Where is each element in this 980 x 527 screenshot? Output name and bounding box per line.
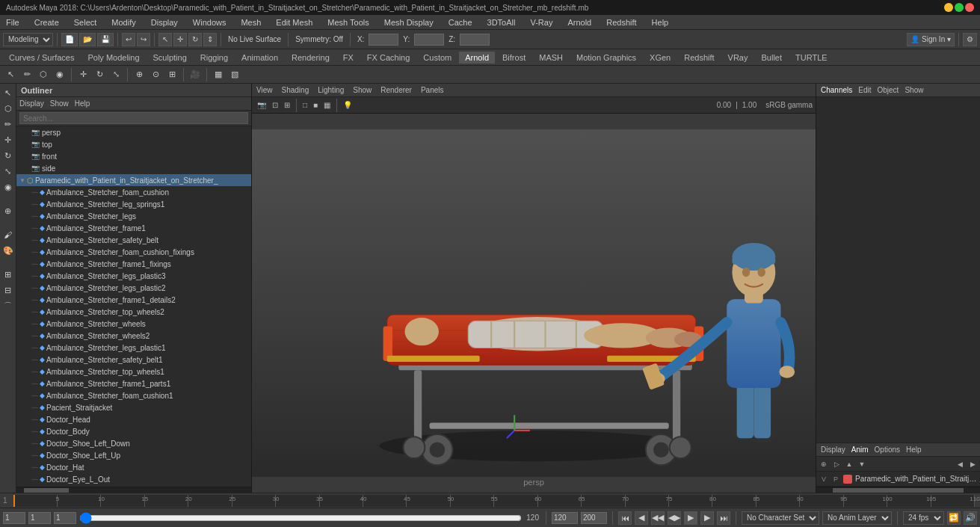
- menu-windows[interactable]: Windows: [190, 18, 229, 27]
- tab-poly-modeling[interactable]: Poly Modeling: [81, 52, 145, 64]
- right-scroll-thumb[interactable]: [833, 488, 964, 493]
- tree-item-13[interactable]: — ◆ Ambulance_Stretcher_legs_plastic1: [16, 342, 251, 354]
- tree-item-eye-l-out[interactable]: — ◆ Doctor_Eye_L_Out: [16, 473, 251, 485]
- sculpt-btn[interactable]: 🖌: [1, 227, 16, 242]
- close-button[interactable]: [965, 3, 974, 12]
- tree-item-side[interactable]: 📷 side: [16, 162, 251, 174]
- tree-item-16[interactable]: — ◆ Ambulance_Stretcher_frame1_parts1: [16, 377, 251, 389]
- viewport-menu-panels[interactable]: Panels: [421, 86, 444, 94]
- tree-item-0[interactable]: — ◆ Ambulance_Stretcher_foam_cushion: [16, 186, 251, 198]
- vp-solid-btn[interactable]: ■: [311, 99, 320, 112]
- cb-tab-show[interactable]: Show: [905, 86, 923, 94]
- back-btn[interactable]: ◀◀: [651, 511, 665, 525]
- tree-item-root[interactable]: ▼ ⬡ Paramedic_with_Patient_in_Straitjack…: [16, 174, 251, 186]
- tree-item-doctor-head[interactable]: — ◆ Doctor_Head: [16, 413, 251, 425]
- tree-item-5[interactable]: — ◆ Ambulance_Stretcher_foam_cushion_fix…: [16, 246, 251, 258]
- tree-item-15[interactable]: — ◆ Ambulance_Stretcher_top_wheels1: [16, 366, 251, 377]
- menu-editmesh[interactable]: Edit Mesh: [273, 18, 315, 27]
- undo-btn[interactable]: ↩: [122, 33, 135, 46]
- tree-item-9[interactable]: — ◆ Ambulance_Stretcher_frame1_details2: [16, 294, 251, 306]
- play-back-btn[interactable]: ◀▶: [668, 511, 681, 525]
- icon-select-tool[interactable]: ↖: [3, 67, 18, 82]
- icon-snap-curve[interactable]: ⊙: [148, 67, 163, 82]
- select-tool-btn[interactable]: ↖: [1, 85, 16, 100]
- scroll-thumb[interactable]: [24, 488, 69, 493]
- skip-end-btn[interactable]: ⏭: [717, 511, 730, 525]
- anim-end-input[interactable]: [552, 512, 578, 524]
- scale-btn[interactable]: ⇕: [203, 33, 217, 46]
- x-input[interactable]: [369, 34, 398, 46]
- icon-render[interactable]: ▦: [211, 67, 226, 82]
- tab-animation[interactable]: Animation: [235, 52, 284, 64]
- soft-select-btn[interactable]: ◉: [1, 179, 16, 194]
- rotate-tool-btn[interactable]: ↻: [1, 148, 16, 163]
- viewport-menu-view[interactable]: View: [256, 86, 273, 94]
- layer-add-btn[interactable]: ⊕: [818, 458, 830, 470]
- frame-current-input[interactable]: [28, 512, 51, 524]
- icon-soft-select[interactable]: ◉: [52, 67, 67, 82]
- no-anim-layer-select[interactable]: No Anim Layer: [822, 511, 892, 525]
- layer-down-btn[interactable]: ▼: [856, 458, 868, 470]
- lasso-tool-btn[interactable]: ⬡: [1, 101, 16, 116]
- mode-select[interactable]: Modeling: [3, 33, 53, 46]
- viewport-canvas[interactable]: persp: [252, 114, 816, 493]
- open-btn[interactable]: 📂: [79, 33, 96, 46]
- new-scene-btn[interactable]: 📄: [61, 33, 78, 46]
- tab-rendering[interactable]: Rendering: [286, 52, 336, 64]
- tree-item-doctor-hat[interactable]: — ◆ Doctor_Hat: [16, 461, 251, 473]
- icon-paint-tool[interactable]: ✏: [19, 67, 34, 82]
- menu-cache[interactable]: Cache: [446, 18, 475, 27]
- tree-item-pacient[interactable]: — ◆ Pacient_Straitjacket: [16, 401, 251, 413]
- tree-item-14[interactable]: — ◆ Ambulance_Stretcher_safety_belt1: [16, 354, 251, 366]
- tree-item-doctor-shoe-left-up[interactable]: — ◆ Doctor_Shoe_Left_Up: [16, 449, 251, 461]
- cb-tab-object[interactable]: Object: [878, 86, 899, 94]
- tab-vray[interactable]: VRay: [722, 52, 754, 64]
- layer-up-btn[interactable]: ▲: [843, 458, 855, 470]
- redo-btn[interactable]: ↪: [137, 33, 150, 46]
- rotate-btn[interactable]: ↻: [188, 33, 202, 46]
- icon-scale[interactable]: ⤡: [108, 67, 123, 82]
- settings-btn[interactable]: ⚙: [963, 33, 977, 46]
- tree-item-6[interactable]: — ◆ Ambulance_Stretcher_frame1_fixings: [16, 258, 251, 270]
- icon-snap-grid[interactable]: ⊕: [132, 67, 147, 82]
- frame-slider[interactable]: [54, 512, 76, 524]
- tab-bifrost[interactable]: Bifrost: [496, 52, 531, 64]
- tab-xgen[interactable]: XGen: [644, 52, 677, 64]
- playback-slider[interactable]: [79, 514, 522, 522]
- vp-cam-btn[interactable]: 📷: [255, 99, 268, 112]
- tree-item-persp[interactable]: 📷 persp: [16, 126, 251, 138]
- menu-select[interactable]: Select: [71, 18, 100, 27]
- next-frame-btn[interactable]: ▶: [700, 511, 714, 525]
- tab-motion-graphics[interactable]: Motion Graphics: [570, 52, 642, 64]
- tab-bullet[interactable]: Bullet: [756, 52, 789, 64]
- no-char-set-select[interactable]: No Character Set: [742, 511, 819, 525]
- frame-start-input[interactable]: [3, 512, 25, 524]
- show-manipulator-btn[interactable]: ⊕: [1, 203, 16, 218]
- cb-tab-edit[interactable]: Edit: [858, 86, 871, 94]
- menu-mesh[interactable]: Mesh: [238, 18, 264, 27]
- loop-btn[interactable]: 🔁: [947, 511, 961, 525]
- tab-curves-surfaces[interactable]: Curves / Surfaces: [3, 52, 80, 64]
- menu-3dtoall[interactable]: 3DToAll: [484, 18, 519, 27]
- window-controls[interactable]: [944, 3, 974, 12]
- tree-item-front[interactable]: 📷 front: [16, 150, 251, 162]
- menu-arnold[interactable]: Arnold: [564, 18, 594, 27]
- right-panel-scrollbar[interactable]: [816, 487, 980, 493]
- tab-mash[interactable]: MASH: [533, 52, 569, 64]
- paint-weights-btn[interactable]: 🎨: [1, 243, 16, 258]
- tree-item-2[interactable]: — ◆ Ambulance_Stretcher_legs: [16, 210, 251, 222]
- tree-item-10[interactable]: — ◆ Ambulance_Stretcher_top_wheels2: [16, 306, 251, 318]
- z-input[interactable]: [460, 34, 490, 46]
- vp-light-btn[interactable]: 💡: [341, 99, 354, 112]
- save-btn[interactable]: 💾: [97, 33, 114, 46]
- tab-turtle[interactable]: TURTLE: [789, 52, 833, 64]
- tree-item-top[interactable]: 📷 top: [16, 138, 251, 150]
- move-btn[interactable]: ✛: [173, 33, 187, 46]
- viewport-menu-lighting[interactable]: Lighting: [318, 86, 344, 94]
- icon-lasso-tool[interactable]: ⬡: [36, 67, 51, 82]
- grid-btn[interactable]: ⊟: [1, 283, 16, 298]
- layers-tab-display[interactable]: Display: [821, 446, 845, 454]
- y-input[interactable]: [414, 34, 444, 46]
- vp-textured-btn[interactable]: ▦: [321, 99, 333, 112]
- icon-camera[interactable]: 🎥: [188, 67, 203, 82]
